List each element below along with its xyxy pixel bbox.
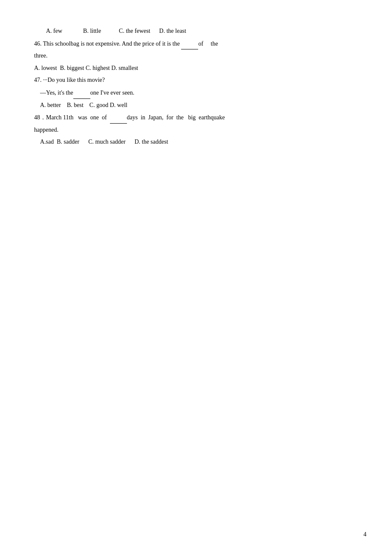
- q46-continuation: three.: [34, 50, 358, 62]
- q45-options-text: A. few B. little C. the fewest D. the le…: [46, 28, 186, 34]
- q45-options-line: A. few B. little C. the fewest D. the le…: [34, 26, 358, 37]
- page-number: 4: [363, 531, 366, 538]
- q47-options-line: A. better B. best C. good D. well: [34, 100, 358, 111]
- q47-line: 47. ···Do you like this movie?: [34, 75, 358, 86]
- q46-text: 46. This schoolbag is not expensive. And…: [34, 40, 218, 47]
- q48-options-text: A.sad B. sadder C. much sadder D. the sa…: [40, 139, 168, 145]
- q46-line: 46. This schoolbag is not expensive. And…: [34, 38, 358, 50]
- q47-options-text: A. better B. best C. good D. well: [40, 102, 127, 108]
- q47-text: 47. ···Do you like this movie?: [34, 77, 105, 83]
- q48-continuation-text: happened.: [34, 127, 58, 133]
- q48-blank: [110, 112, 127, 124]
- q48-line: 48．March 11th was one of days in Japan, …: [34, 112, 358, 124]
- q48-options-line: A.sad B. sadder C. much sadder D. the sa…: [34, 136, 358, 148]
- q46-continuation-text: three.: [34, 52, 47, 59]
- q46-options-line: A. lowest B. biggest C. highest D. small…: [34, 63, 358, 74]
- q47-reply-text: —Yes, it's the one I've ever seen.: [40, 90, 134, 96]
- q48-continuation: happened.: [34, 124, 358, 136]
- q47-blank: [73, 87, 90, 99]
- q46-options-text: A. lowest B. biggest C. highest D. small…: [34, 65, 138, 71]
- q48-text: 48．March 11th was one of days in Japan, …: [34, 114, 225, 121]
- q47-reply-line: —Yes, it's the one I've ever seen.: [34, 87, 358, 99]
- page-content: A. few B. little C. the fewest D. the le…: [0, 0, 392, 174]
- q46-blank: [181, 38, 198, 50]
